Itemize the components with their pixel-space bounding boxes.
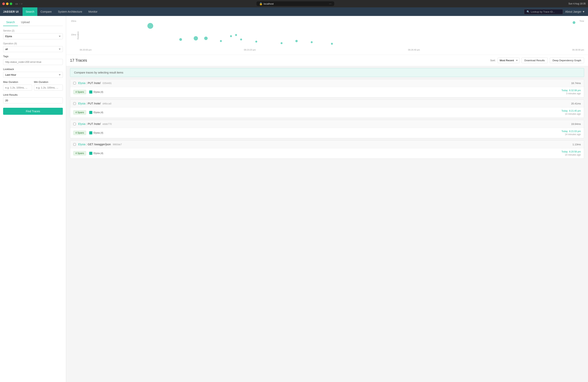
trace-item[interactable]: Elysia : PUT /note/ 0354491 18.74ms 4 Sp… (70, 79, 584, 97)
max-duration-label: Max Duration (3, 81, 32, 84)
limit-input[interactable]: 20 (3, 97, 63, 104)
trace-header[interactable]: Elysia : PUT /note/ d46cca0 20.41ms (70, 100, 584, 107)
nav-right: 🔍 Lookup by Trace ID... About Jaeger ▼ (524, 9, 585, 14)
limit-wrapper: 20 (3, 97, 63, 104)
tab-search[interactable]: Search (3, 19, 18, 26)
download-results-button[interactable]: Download Results (522, 58, 548, 63)
address-bar[interactable]: 🔒 localhost ⋯ (256, 1, 334, 6)
chart-dot (281, 42, 283, 44)
trace-title: Elysia : PUT /note/ d46cca0 (78, 102, 571, 105)
search-icon: 🔍 (526, 10, 530, 13)
trace-ago: 14 minutes ago (562, 113, 581, 115)
chart-dots-area (80, 20, 584, 47)
trace-checkbox[interactable] (73, 123, 76, 125)
find-traces-button[interactable]: Find Traces (3, 108, 63, 115)
trace-ago: 14 minutes ago (562, 133, 581, 136)
trace-lookup-input[interactable]: 🔍 Lookup by Trace ID... (524, 9, 563, 14)
trace-body: 4 Spans Elysia (4) Today 6:21:45 pm 14 m… (70, 107, 584, 118)
trace-checkbox[interactable] (73, 82, 76, 85)
minimize-button[interactable] (6, 2, 9, 5)
operation-group: Operation (9) all (3, 42, 63, 52)
min-duration-input[interactable] (34, 85, 63, 91)
chart-dot (331, 43, 333, 45)
url-text[interactable]: localhost (264, 2, 273, 5)
trace-checkbox[interactable] (73, 102, 76, 105)
tags-input[interactable] (3, 59, 63, 65)
service-select[interactable]: Elysia (3, 33, 63, 39)
spans-badge: 4 Spans (73, 131, 86, 135)
trace-operation: : PUT /note/ (86, 122, 101, 126)
trace-body: 4 Spans Elysia (4) Today 6:20:58 pm 14 m… (70, 148, 584, 159)
nav-compare[interactable]: Compare (37, 7, 55, 16)
x-label-1: 06:20:00 pm (80, 49, 92, 51)
deep-dependency-button[interactable]: Deep Dependency Graph (550, 58, 584, 63)
trace-service: Elysia (78, 102, 85, 105)
service-badge-label: Elysia (4) (94, 91, 103, 93)
trace-today: Today (562, 130, 568, 133)
forward-button[interactable]: › (21, 2, 22, 5)
compare-bar-text: Compare traces by selecting result items (74, 71, 123, 74)
limit-group: Limit Results 20 (3, 93, 63, 104)
title-bar-right: Sun 4 Aug 18:35 (568, 2, 586, 5)
time-display: Sun 4 Aug 18:35 (568, 2, 586, 5)
options-icon[interactable]: ⋯ (329, 2, 332, 5)
maximize-button[interactable] (10, 2, 12, 5)
nav-monitor[interactable]: Monitor (85, 7, 101, 16)
chart-dot (230, 35, 232, 37)
sort-label: Sort: (490, 59, 495, 62)
nav-search[interactable]: Search (22, 7, 37, 16)
tab-upload[interactable]: Upload (18, 19, 33, 26)
brand-logo: JAEGER UI (3, 10, 19, 13)
service-badge: Elysia (4) (89, 152, 103, 155)
nav-bar: JAEGER UI Search Compare System Architec… (0, 7, 588, 16)
trace-time: Today 6:21:45 pm 14 minutes ago (562, 109, 581, 115)
service-badge: Elysia (4) (89, 131, 103, 134)
chart-dot (194, 36, 198, 41)
sidebar: Search Upload Service (2) Elysia Operati… (0, 16, 66, 382)
trace-item[interactable]: Elysia : PUT /note/ d46cca0 20.41ms 4 Sp… (70, 99, 584, 118)
back-button[interactable]: ‹ (20, 2, 21, 5)
lookback-select[interactable]: Last Hour (3, 72, 63, 78)
trace-service: Elysia (78, 143, 85, 146)
sidebar-tabs: Search Upload (3, 19, 63, 26)
about-jaeger-menu[interactable]: About Jaeger ▼ (565, 10, 585, 13)
trace-checkbox[interactable] (73, 143, 76, 146)
trace-ago: 3 minutes ago (562, 92, 581, 95)
service-badge-label: Elysia (4) (94, 111, 103, 114)
chart-dot (204, 37, 208, 40)
chart-dot (240, 39, 242, 41)
nav-system-architecture[interactable]: System Architecture (55, 7, 85, 16)
trace-header[interactable]: Elysia : PUT /note/ 0354491 18.74ms (70, 79, 584, 87)
service-label: Service (2) (3, 29, 63, 32)
tags-label: Tags (3, 55, 63, 58)
trace-item[interactable]: Elysia : GET /swagger/json 9860de7 1.13m… (70, 140, 584, 159)
y-axis: 20ms 10ms (70, 20, 78, 47)
content-area: Duration 20ms 10ms 06:20:00 pm 06:23:20 … (66, 16, 588, 382)
trace-header[interactable]: Elysia : GET /swagger/json 9860de7 1.13m… (70, 140, 584, 148)
trace-title: Elysia : PUT /note/ ebbb770 (78, 122, 571, 126)
trace-duration: 19.64ms (571, 123, 581, 126)
service-color-block (89, 131, 92, 134)
service-badge: Elysia (4) (89, 90, 103, 94)
results-count: 17 Traces (70, 58, 87, 63)
max-duration-input[interactable] (3, 85, 32, 91)
trace-body: 4 Spans Elysia (4) Today 6:32:08 pm 3 mi… (70, 87, 584, 97)
trace-header[interactable]: Elysia : PUT /note/ ebbb770 19.64ms (70, 120, 584, 128)
service-color-block (89, 152, 92, 155)
sort-select[interactable]: Most Recent (498, 58, 520, 63)
trace-title: Elysia : PUT /note/ 0354491 (78, 82, 571, 85)
sidebar-toggle[interactable]: ▭ (15, 2, 18, 5)
chart-dot (295, 40, 298, 42)
x-label-4: 06:30:00 pm (572, 49, 584, 51)
chart-dot (255, 41, 257, 42)
chart-dot (311, 41, 313, 43)
close-button[interactable] (2, 2, 5, 5)
service-badge: Elysia (4) (89, 111, 103, 114)
results-actions: Sort: Most Recent Download Results Deep … (490, 58, 584, 63)
operation-select[interactable]: all (3, 46, 63, 52)
spans-badge: 4 Spans (73, 90, 86, 94)
trace-id: ebbb770 (103, 123, 112, 126)
trace-item[interactable]: Elysia : PUT /note/ ebbb770 19.64ms 4 Sp… (70, 120, 584, 138)
chevron-down-icon: ▼ (582, 10, 585, 13)
service-color-block (89, 111, 92, 114)
